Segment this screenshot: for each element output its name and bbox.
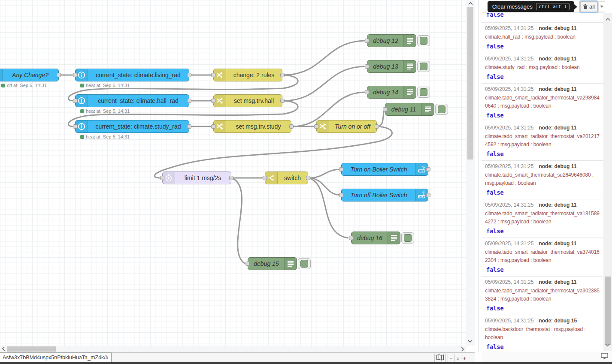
wire-set-msg-trv-hall-to-debug-13[interactable] [283,66,366,101]
message-topic: climate.tado_smart_radiator_thermostat_v… [485,94,600,110]
tooltip-arrow-icon [574,4,577,9]
debug-message: 05/09/2025, 14:31:25node: debug 11climat… [482,53,603,84]
node-set-msg-trv-hall[interactable]: set msg.trv.hall [213,94,282,107]
zoom-in-button[interactable]: + [461,354,468,362]
node-cs-living[interactable]: current_state: climate.living_radheat at… [75,69,189,81]
input-port[interactable] [160,176,164,180]
output-port[interactable] [187,73,191,77]
node-cs-study[interactable]: current_state: climate.study_radheat at:… [75,120,189,133]
node-debug-11[interactable]: debug 11 [385,103,434,116]
output-port[interactable] [426,193,430,197]
debug-message-list: false05/09/2025, 14:31:25node: debug 11c… [482,13,603,351]
sidebar-scroll-thumb[interactable] [605,277,611,345]
debug-toggle-state [300,260,308,268]
scroll-up-icon[interactable] [467,0,474,7]
scroll-right-icon[interactable] [459,346,466,352]
node-debug-16[interactable]: debug 16 [351,232,400,244]
node-boiler-off[interactable]: Turn off Boiler Switch [341,189,428,202]
status-dot-icon [80,135,84,139]
node-any-change[interactable]: Any Change?off at: Sep 5, 14:31 [0,69,59,81]
node-change-2-rules[interactable]: change: 2 rules [213,69,282,81]
flow-canvas[interactable]: Any Change?off at: Sep 5, 14:31current_s… [0,0,466,346]
clear-scope-dropdown-button[interactable] [598,1,605,12]
input-port[interactable] [365,90,369,94]
output-port[interactable] [280,73,285,77]
wire-change-2-rules-to-debug-12[interactable] [283,41,366,75]
clear-all-button[interactable]: all [580,1,597,12]
node-debug-12[interactable]: debug 12 [367,34,416,47]
sidebar-scrollbar[interactable] [603,13,612,351]
canvas-vertical-scrollbar[interactable] [466,0,475,346]
message-topic: climate.tado_smart_radiator_thermostat_v… [485,287,600,303]
canvas-vscroll-thumb[interactable] [467,7,473,159]
wire-switch-to-boiler-on[interactable] [309,169,341,178]
canvas-horizontal-scrollbar[interactable] [0,346,466,352]
message-value: false [485,150,600,158]
input-port[interactable] [211,99,215,103]
node-label: change: 2 rules [226,69,282,81]
scroll-down-icon[interactable] [604,342,611,349]
debug-toggle-state [420,88,427,96]
input-port[interactable] [245,262,250,266]
input-port[interactable] [211,124,215,129]
output-port[interactable] [57,73,61,77]
node-label: debug 13 [367,60,404,72]
output-port[interactable] [375,124,379,129]
open-debug-window-button[interactable] [599,352,609,361]
message-topic: climate.tado_smart_radiator_thermostat_v… [485,248,600,265]
input-port[interactable] [339,167,343,171]
input-port[interactable] [365,64,369,69]
output-port[interactable] [229,176,233,180]
debug-toggle-button[interactable] [417,35,430,46]
node-cs-hall[interactable]: current_state: climate.hall_radheat at: … [75,94,189,107]
scroll-left-icon[interactable] [0,346,7,352]
debug-toggle-button[interactable] [435,104,448,115]
input-port[interactable] [365,39,369,43]
zoom-reset-button[interactable]: ○ [454,354,461,362]
input-port[interactable] [73,99,77,103]
sidebar-splitter[interactable] [475,0,482,352]
node-debug-15[interactable]: debug 15 [248,257,297,270]
node-boiler-on[interactable]: Turn on Boiler Switch [341,163,428,176]
debug-toggle-button[interactable] [401,232,414,244]
debug-list-icon [403,86,416,98]
monitor-icon [601,353,608,361]
output-port[interactable] [306,176,310,180]
input-port[interactable] [73,73,77,77]
message-value: false [485,266,600,274]
node-switch[interactable]: switch [265,171,308,184]
output-port[interactable] [187,99,191,103]
message-timestamp: 05/09/2025, 14:31:25 [485,279,533,285]
node-debug-13[interactable]: debug 13 [367,60,416,73]
node-turn-on-or-off[interactable]: Turn on or off [316,120,377,133]
input-port[interactable] [314,124,318,129]
node-debug-14[interactable]: debug 14 [367,86,416,99]
output-port[interactable] [280,99,285,103]
status-dot-icon [80,109,84,113]
input-port[interactable] [349,236,353,240]
canvas-hscroll-thumb[interactable] [7,346,56,352]
scroll-up-icon[interactable] [604,16,611,23]
node-limit[interactable]: limit 1 msg/2s [162,171,231,184]
message-topic: climate.tado_smart_radiator_thermostat_v… [485,132,600,149]
debug-toggle-button[interactable] [417,61,430,72]
output-port[interactable] [426,167,430,171]
input-port[interactable] [73,124,77,129]
change-icon [214,120,226,132]
input-port[interactable] [211,73,215,77]
scroll-down-icon[interactable] [467,338,474,345]
input-port[interactable] [339,193,343,197]
input-port[interactable] [263,176,267,180]
wire-switch-to-debug-16[interactable] [309,178,348,238]
wire-limit-to-debug-15[interactable] [232,178,245,264]
zoom-out-button[interactable]: − [448,354,454,362]
input-port[interactable] [383,107,387,111]
info-icon [76,120,88,132]
output-port[interactable] [187,124,191,129]
navigator-button[interactable] [434,354,446,362]
debug-toggle-button[interactable] [298,258,311,269]
node-set-msg-trv-study[interactable]: set msg.trv.study [213,120,291,133]
switch-icon [265,172,278,184]
output-port[interactable] [289,124,294,129]
debug-toggle-button[interactable] [417,87,430,98]
